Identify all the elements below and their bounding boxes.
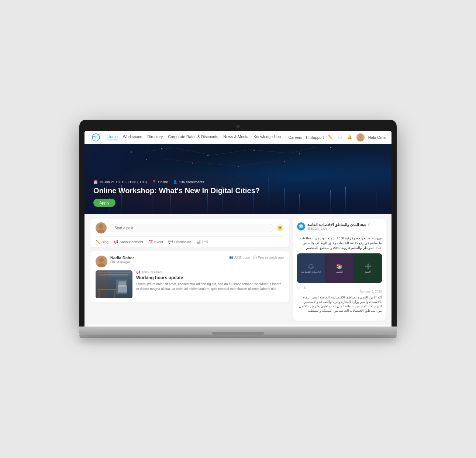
svg-rect-22 <box>97 289 116 290</box>
post-meta: 👥 All Groups 🕐 Few seconds ago <box>229 256 284 259</box>
edit-icon[interactable]: ✏️ <box>328 134 334 140</box>
laptop-screen: Home Workspace Directory Corporate Rates… <box>84 131 392 327</box>
tweet-cell-2: 📚 التعليم <box>325 253 353 283</box>
hero-content: 📅 19 Jun 21 18:00 - 21:00 (UTC) 📍 Online… <box>93 180 260 207</box>
social-logo: 🏛 <box>297 222 305 230</box>
laptop-camera <box>237 125 239 128</box>
svg-line-9 <box>161 159 199 163</box>
post-heading: Working hours update <box>136 275 284 280</box>
event-action[interactable]: 📅 Event <box>148 240 163 244</box>
tweet-cell-3: ➕ الأمنية <box>354 253 382 283</box>
blog-action[interactable]: ✏️ Blog <box>96 240 108 244</box>
post-time: 🕐 Few seconds ago <box>253 256 284 259</box>
event-icon: 📅 <box>148 240 153 244</box>
bell-icon[interactable]: 🔔 <box>347 134 353 140</box>
poster-info: Nadia Daher HR Manager <box>110 256 226 264</box>
emoji-button[interactable]: 🙂 <box>276 224 284 232</box>
like-action[interactable]: ♡ <box>297 286 300 290</box>
nav-link-workspace[interactable]: Workspace <box>123 134 142 140</box>
announcement-tag-icon: 📢 <box>136 270 140 274</box>
laptop-wrapper: Home Workspace Directory Corporate Rates… <box>79 120 397 338</box>
svg-text:🏛: 🏛 <box>299 224 303 229</box>
post-text-section: 📢 Announcement Working hours update Lore… <box>136 270 284 298</box>
social-account-name: هيئة المدن والمناطق الاقتصادية الخاصة ✓ <box>307 223 370 227</box>
nav-link-corporate[interactable]: Corporate Rates & Discounts <box>168 134 218 140</box>
security-icon: ➕ <box>365 263 371 269</box>
poll-action[interactable]: 📊 Poll <box>196 240 208 244</box>
feed-section: 🙂 ✏️ Blog 📢 Announcement <box>90 219 289 321</box>
hero-enrollments: 👤 136 enrollments <box>173 180 204 184</box>
retweet-action[interactable]: ↻ <box>304 286 307 290</box>
post-body: 📢 Announcement Working hours update Lore… <box>96 270 284 298</box>
announcement-action[interactable]: 📢 Announcement <box>114 240 143 244</box>
svg-point-12 <box>99 224 103 229</box>
svg-line-11 <box>238 161 277 166</box>
post-image <box>96 270 132 298</box>
group-icon: 👥 <box>229 256 233 259</box>
blog-icon: ✏️ <box>96 240 100 244</box>
social-handle: @EC2A_GOV <box>307 227 370 230</box>
svg-rect-23 <box>99 290 100 298</box>
poster-avatar <box>96 256 107 267</box>
clock-icon: 🕐 <box>253 256 257 259</box>
svg-line-6 <box>212 150 251 155</box>
post-input-row: 🙂 <box>96 222 284 233</box>
post-card-header: Nadia Daher HR Manager 👥 All Groups 🕐 <box>96 256 284 267</box>
nav-right: Careers IT Support ✏️ ✉️ 🔔 Hala Oma <box>289 133 386 141</box>
svg-point-1 <box>94 136 98 139</box>
poll-icon: 📊 <box>196 240 201 244</box>
nav-link-news[interactable]: News & Media <box>223 134 248 140</box>
svg-line-7 <box>251 150 290 153</box>
svg-rect-18 <box>96 270 108 298</box>
social-sidebar: 🏛 هيئة المدن والمناطق الاقتصادية الخاصة … <box>293 219 386 321</box>
hero-location: 📍 Online <box>152 180 168 184</box>
svg-line-4 <box>148 148 173 151</box>
hero-title: Online Workshop: What's New In Digital C… <box>93 186 260 195</box>
svg-point-13 <box>97 229 105 233</box>
apply-button[interactable]: Apply <box>93 199 115 207</box>
services-icon: ⚖️ <box>308 263 314 269</box>
post-body-text: Lorem ipsum dolor sit amet, consectetur … <box>136 282 284 291</box>
svg-point-3 <box>358 139 363 141</box>
announcement-icon: 📢 <box>114 240 118 244</box>
social-account-info: هيئة المدن والمناطق الاقتصادية الخاصة ✓ … <box>307 223 370 230</box>
hero-date: 📅 19 Jun 21 18:00 - 21:00 (UTC) <box>93 180 147 184</box>
mail-icon[interactable]: ✉️ <box>337 134 343 140</box>
svg-rect-21 <box>118 281 126 287</box>
verified-badge: ✓ <box>367 223 370 227</box>
retweet-icon: ↻ <box>304 286 307 290</box>
svg-point-2 <box>359 135 362 138</box>
education-label: التعليم <box>336 270 343 273</box>
post-group-badge: 👥 All Groups <box>229 256 250 259</box>
svg-point-15 <box>98 263 105 267</box>
post-input[interactable] <box>110 224 273 232</box>
tweet-cell-1: ⚖️ الخدمات القطاعية <box>297 253 325 283</box>
logo-icon <box>90 133 101 142</box>
hero-banner: 📅 19 Jun 21 18:00 - 21:00 (UTC) 📍 Online… <box>84 144 392 214</box>
nav-support-link[interactable]: IT Support <box>306 135 324 140</box>
post-actions: ✏️ Blog 📢 Announcement 📅 Event <box>96 236 284 244</box>
user-avatar[interactable] <box>356 133 365 141</box>
main-content: 🙂 ✏️ Blog 📢 Announcement <box>84 214 392 325</box>
nav-careers-link[interactable]: Careers <box>289 135 302 140</box>
nav-links: Home Workspace Directory Corporate Rates… <box>107 134 289 140</box>
post-card: Nadia Daher HR Manager 👥 All Groups 🕐 <box>90 251 289 303</box>
nav-logo <box>90 133 101 142</box>
person-icon: 👤 <box>173 180 177 184</box>
announcement-tag: 📢 Announcement <box>136 270 284 274</box>
post-user-avatar <box>96 222 107 233</box>
poster-role: HR Manager <box>110 260 226 264</box>
tweet-text: جهود خلط نحو خطوة رؤية 2030، يتمتع الهند… <box>297 236 382 250</box>
nav-link-knowledge[interactable]: Knowledge Hub <box>253 134 281 140</box>
security-label: الأمنية <box>365 270 371 273</box>
social-header: 🏛 هيئة المدن والمناطق الاقتصادية الخاصة … <box>297 222 382 233</box>
laptop-bottom <box>79 335 397 338</box>
tweet-date: January 5, 2020 <box>297 290 382 293</box>
discussion-action[interactable]: 💬 Discussion <box>168 240 191 244</box>
nav-link-home[interactable]: Home <box>107 134 118 140</box>
tweet-body-text: أكد الأمن المدن والمناطق الاقتصادية الخا… <box>297 295 382 313</box>
nav-link-directory[interactable]: Directory <box>147 134 163 140</box>
laptop-base <box>79 327 397 335</box>
heart-icon: ♡ <box>297 286 300 290</box>
location-icon: 📍 <box>152 180 156 184</box>
